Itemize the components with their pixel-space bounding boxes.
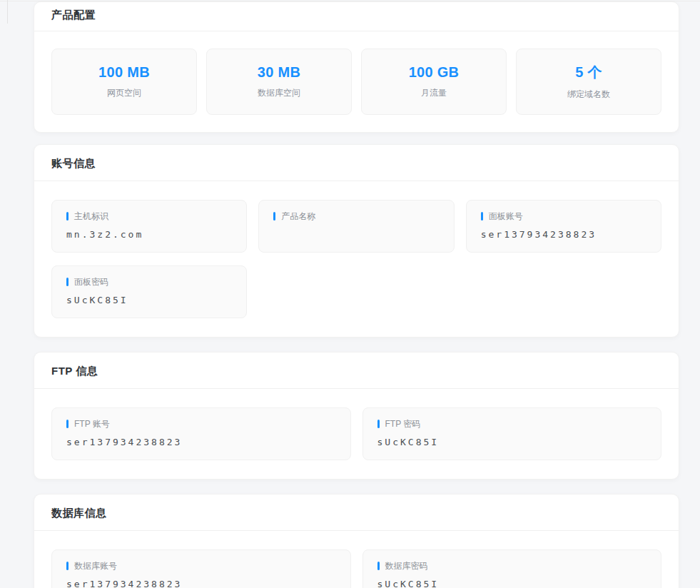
field-value (273, 228, 439, 240)
database-info-fields: 数据库账号 ser137934238823 数据库密码 sUcKC85I (34, 531, 679, 588)
field-label: FTP 密码 (385, 418, 421, 430)
field-accent-bar (273, 212, 275, 220)
product-config-stats: 100 MB 网页空间 30 MB 数据库空间 100 GB 月流量 5 个 绑… (34, 31, 679, 132)
stat-card-db-space: 30 MB 数据库空间 (206, 49, 352, 115)
field-value: ser137934238823 (66, 578, 336, 588)
field-label-row: 面板密码 (66, 276, 232, 288)
field-label-row: 主机标识 (66, 211, 232, 222)
field-accent-bar (66, 562, 69, 570)
field-value: sUcKC85I (377, 436, 647, 448)
stat-card-monthly-traffic: 100 GB 月流量 (361, 49, 507, 115)
stat-card-bound-domains: 5 个 绑定域名数 (516, 49, 661, 115)
field-accent-bar (377, 420, 380, 428)
panel-title: FTP 信息 (51, 363, 661, 378)
panel-database-info: 数据库信息 数据库账号 ser137934238823 数据库密码 sUcKC8… (34, 494, 679, 588)
field-label: 数据库密码 (385, 560, 428, 572)
field-value: sUcKC85I (66, 294, 232, 306)
field-card-product-name: 产品名称 (258, 200, 454, 253)
field-accent-bar (66, 278, 69, 286)
stat-value: 5 个 (575, 63, 602, 82)
field-card-db-account: 数据库账号 ser137934238823 (51, 549, 351, 588)
field-card-ftp-password: FTP 密码 sUcKC85I (362, 407, 662, 460)
field-label-row: FTP 账号 (66, 418, 336, 430)
field-card-panel-account: 面板账号 ser137934238823 (466, 200, 661, 253)
field-label-row: 数据库密码 (377, 560, 647, 572)
field-value: mn.3z2.com (66, 228, 232, 240)
panel-product-config-header: 产品配置 (34, 2, 679, 31)
stat-card-web-space: 100 MB 网页空间 (51, 49, 197, 115)
stat-label: 月流量 (421, 87, 447, 99)
field-label: 面板密码 (74, 276, 108, 288)
panel-ftp-info: FTP 信息 FTP 账号 ser137934238823 FTP 密码 sUc… (34, 352, 679, 480)
stat-value: 100 GB (409, 64, 460, 81)
field-label: 主机标识 (74, 211, 108, 223)
panel-account-info-header: 账号信息 (34, 145, 679, 181)
field-label-row: 面板账号 (481, 211, 646, 222)
stat-label: 绑定域名数 (567, 88, 610, 101)
panel-title: 数据库信息 (51, 505, 661, 520)
panel-account-info: 账号信息 主机标识 mn.3z2.com 产品名称 (34, 144, 679, 338)
hosting-detail-page: 产品配置 100 MB 网页空间 30 MB 数据库空间 100 GB 月流量 … (34, 1, 679, 588)
field-label-row: FTP 密码 (377, 418, 647, 430)
field-card-db-password: 数据库密码 sUcKC85I (362, 549, 662, 588)
panel-product-config: 产品配置 100 MB 网页空间 30 MB 数据库空间 100 GB 月流量 … (34, 1, 679, 133)
field-card-host-id: 主机标识 mn.3z2.com (51, 200, 247, 253)
panel-database-info-header: 数据库信息 (34, 495, 679, 530)
left-edge-divider (7, 0, 8, 24)
field-accent-bar (66, 420, 69, 428)
stat-label: 数据库空间 (258, 87, 300, 99)
account-info-fields: 主机标识 mn.3z2.com 产品名称 面板账号 ser13793423882… (34, 181, 679, 337)
panel-title: 账号信息 (51, 156, 661, 171)
field-value: sUcKC85I (377, 578, 647, 588)
field-accent-bar (377, 562, 380, 570)
field-value: ser137934238823 (66, 436, 336, 448)
field-label: FTP 账号 (74, 418, 110, 430)
field-label: 数据库账号 (74, 560, 117, 572)
stat-value: 100 MB (98, 64, 150, 81)
field-value: ser137934238823 (481, 228, 646, 240)
field-label-row: 数据库账号 (66, 560, 336, 572)
field-card-ftp-account: FTP 账号 ser137934238823 (51, 407, 351, 460)
field-label-row: 产品名称 (273, 211, 439, 222)
field-card-panel-password: 面板密码 sUcKC85I (51, 265, 247, 318)
panel-title: 产品配置 (51, 7, 661, 22)
stat-label: 网页空间 (107, 87, 141, 99)
panel-ftp-info-header: FTP 信息 (34, 353, 679, 388)
field-label: 面板账号 (489, 211, 523, 223)
field-label: 产品名称 (281, 211, 315, 223)
stat-value: 30 MB (258, 64, 300, 81)
field-accent-bar (66, 212, 69, 220)
ftp-info-fields: FTP 账号 ser137934238823 FTP 密码 sUcKC85I (34, 389, 679, 479)
field-accent-bar (481, 212, 483, 220)
